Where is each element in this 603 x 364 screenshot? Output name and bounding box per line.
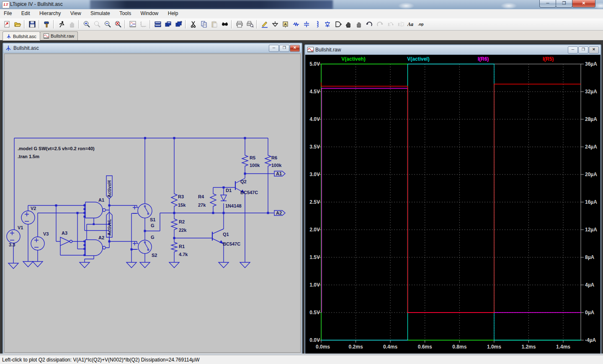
zoom-full-icon[interactable] — [113, 19, 123, 30]
y-axis-right-labels: 36µA 32µA 28µA 24µA 20µA 16µA 12µA 8µA 4… — [585, 61, 597, 343]
tab-label: Bullshit.asc — [13, 34, 36, 39]
capacitor-icon[interactable] — [301, 19, 312, 30]
save-icon[interactable] — [27, 19, 37, 30]
menu-view[interactable]: View — [67, 9, 85, 18]
tile-windows-icon[interactable] — [152, 19, 163, 30]
zoom-out-icon[interactable] — [102, 19, 113, 30]
desktop-glare — [500, 3, 517, 9]
ground-icon[interactable] — [270, 19, 280, 30]
title-bar[interactable]: LT LTspice IV - Bullshit.asc ─ ❐ ✕ — [0, 0, 603, 9]
svg-text:100k: 100k — [271, 163, 282, 168]
waveform-close-button[interactable]: ✕ — [589, 46, 599, 54]
svg-text:S2: S2 — [152, 253, 157, 258]
resistor-icon[interactable] — [291, 19, 301, 30]
grid — [321, 64, 581, 340]
waveform-minimize-button[interactable]: ─ — [568, 46, 578, 54]
voltage-source-v1[interactable] — [7, 230, 20, 243]
schematic-window-titlebar[interactable]: Bullshit.asc ─ ❐ ✕ — [3, 44, 302, 53]
minimize-button[interactable]: ─ — [539, 0, 556, 8]
transistor-q1[interactable] — [212, 232, 224, 244]
menu-hierarchy[interactable]: Hierarchy — [36, 9, 64, 18]
voltage-source-v2[interactable] — [21, 211, 35, 224]
find-icon[interactable] — [219, 19, 230, 30]
traces — [321, 64, 581, 340]
plot-settings-icon[interactable] — [127, 19, 138, 30]
autorange-icon[interactable] — [138, 19, 148, 30]
waveform-plot[interactable]: V(activeh) V(activel) I(R6) I(R5) — [305, 55, 600, 353]
resistor-r2[interactable] — [171, 218, 177, 232]
diode-icon[interactable] — [322, 19, 332, 30]
svg-text:0.2ms: 0.2ms — [349, 344, 363, 350]
waveform-window-icon — [307, 47, 314, 53]
svg-text:R4: R4 — [198, 194, 204, 199]
zoom-in-icon[interactable] — [81, 19, 92, 30]
tab-bullshit-asc[interactable]: Bullshit.asc — [3, 31, 40, 41]
waveform-restore-button[interactable]: ❐ — [578, 46, 588, 54]
schematic-close-button[interactable]: ✕ — [290, 45, 300, 52]
trace-v-activel — [321, 64, 581, 340]
close-button[interactable]: ✕ — [572, 0, 595, 8]
waveform-window-title: Bullshit.raw — [315, 47, 341, 53]
svg-text:R3: R3 — [178, 194, 184, 199]
resistor-r4[interactable] — [210, 192, 216, 208]
svg-text:28µA: 28µA — [585, 116, 597, 122]
zoom-back-icon[interactable] — [92, 19, 102, 30]
menu-tools[interactable]: Tools — [116, 9, 135, 18]
text-icon[interactable]: Aa — [406, 19, 416, 30]
resistor-r6[interactable] — [265, 154, 271, 168]
svg-text:1.0ms: 1.0ms — [487, 344, 501, 350]
paste-icon[interactable] — [209, 19, 219, 30]
menu-help[interactable]: Help — [164, 9, 182, 18]
copy-icon[interactable] — [198, 19, 209, 30]
print-icon[interactable] — [234, 19, 245, 30]
menu-edit[interactable]: Edit — [18, 9, 34, 18]
cut-icon[interactable] — [188, 19, 198, 30]
plot-legend[interactable]: V(activeh) V(activel) I(R6) I(R5) — [341, 56, 554, 62]
voltage-source-v3[interactable] — [31, 237, 44, 250]
mirror-icon[interactable]: E — [395, 19, 406, 30]
menu-file[interactable]: File — [0, 9, 15, 18]
component-icon[interactable] — [332, 19, 343, 30]
tab-bullshit-raw[interactable]: Bullshit.raw — [40, 31, 78, 40]
rotate-icon[interactable]: E — [385, 19, 395, 30]
menu-simulate[interactable]: Simulate — [87, 9, 114, 18]
svg-text:8µA: 8µA — [585, 254, 595, 260]
svg-text:D1: D1 — [226, 188, 232, 193]
undo-icon[interactable] — [364, 19, 374, 30]
restore-button[interactable]: ❐ — [556, 0, 572, 8]
svg-text:1.2ms: 1.2ms — [521, 344, 536, 350]
control-panel-icon[interactable] — [41, 19, 52, 30]
menu-window[interactable]: Window — [137, 9, 162, 18]
diode-d1[interactable] — [221, 195, 227, 201]
cascade-windows-icon[interactable] — [163, 19, 173, 30]
spice-directive-model: .model G SW(vt=2.5 vh=0.2 ron=40) — [18, 146, 95, 151]
nand-gate-a2[interactable] — [85, 240, 106, 256]
inverter-a3[interactable] — [60, 237, 72, 246]
switch-s2[interactable] — [133, 240, 152, 254]
resistor-r3[interactable] — [171, 192, 177, 208]
waveform-window-titlebar[interactable]: Bullshit.raw ─ ❐ ✕ — [305, 45, 600, 55]
resistor-r1[interactable] — [171, 241, 177, 253]
move-icon[interactable] — [343, 19, 353, 30]
svg-text:5.0V: 5.0V — [309, 61, 320, 67]
schematic-restore-button[interactable]: ❐ — [279, 45, 289, 52]
draw-wire-icon[interactable] — [259, 19, 270, 30]
print-preview-icon[interactable] — [245, 19, 255, 30]
net-label-icon[interactable]: A — [280, 19, 291, 30]
new-schematic-icon[interactable] — [2, 19, 12, 30]
svg-text:A1: A1 — [276, 171, 282, 176]
run-icon[interactable] — [56, 19, 67, 30]
redo-icon[interactable] — [374, 19, 385, 30]
switch-s1[interactable] — [133, 204, 152, 218]
drag-icon[interactable] — [353, 19, 364, 30]
tile-vertical-icon[interactable] — [173, 19, 184, 30]
inductor-icon[interactable] — [312, 19, 322, 30]
schematic-canvas[interactable]: .model G SW(vt=2.5 vh=0.2 ron=40) .tran … — [4, 54, 301, 353]
resistor-r5[interactable] — [242, 154, 248, 168]
schematic-minimize-button[interactable]: ─ — [269, 45, 279, 52]
halt-icon[interactable] — [67, 19, 77, 30]
spice-directive-icon[interactable]: .op — [416, 19, 427, 30]
nand-gate-a1[interactable] — [85, 202, 106, 218]
open-file-icon[interactable] — [12, 19, 23, 30]
ground-symbols[interactable] — [8, 261, 250, 269]
